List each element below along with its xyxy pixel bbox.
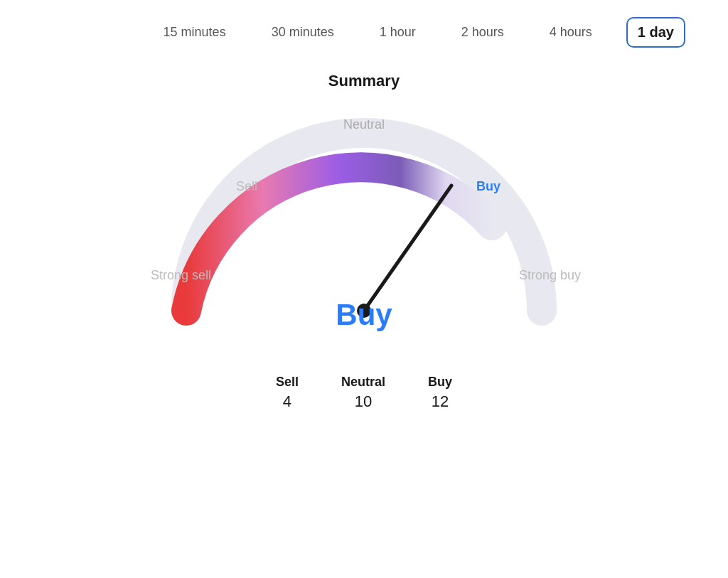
stat-neutral-value: 10	[355, 392, 372, 411]
svg-line-0	[364, 186, 451, 311]
stat-buy-value: 12	[432, 392, 449, 411]
label-strong-buy: Strong buy	[519, 268, 581, 283]
filter-4h[interactable]: 4 hours	[538, 18, 604, 47]
filter-1h[interactable]: 1 hour	[368, 18, 427, 47]
label-neutral: Neutral	[343, 117, 385, 132]
label-buy: Buy	[476, 179, 500, 194]
stat-sell-value: 4	[283, 392, 291, 411]
stat-neutral: Neutral 10	[341, 375, 385, 411]
filter-15min[interactable]: 15 minutes	[152, 18, 237, 47]
time-filter-bar: 15 minutes 30 minutes 1 hour 2 hours 4 h…	[0, 0, 728, 65]
stat-buy: Buy 12	[428, 375, 452, 411]
filter-30min[interactable]: 30 minutes	[260, 18, 346, 47]
stats-row: Sell 4 Neutral 10 Buy 12	[276, 375, 452, 411]
stat-sell-label: Sell	[276, 375, 299, 390]
gauge-widget: Neutral Sell Buy Strong sell Strong buy …	[144, 105, 584, 360]
stat-buy-label: Buy	[428, 375, 452, 390]
summary-title: Summary	[328, 72, 400, 90]
stat-sell: Sell 4	[276, 375, 299, 411]
label-strong-sell: Strong sell	[151, 268, 211, 283]
summary-section: Summary	[0, 72, 728, 411]
gauge-result: Buy	[336, 298, 392, 332]
filter-2h[interactable]: 2 hours	[450, 18, 515, 47]
label-sell: Sell	[236, 179, 257, 194]
filter-1d[interactable]: 1 day	[626, 17, 685, 48]
stat-neutral-label: Neutral	[341, 375, 385, 390]
